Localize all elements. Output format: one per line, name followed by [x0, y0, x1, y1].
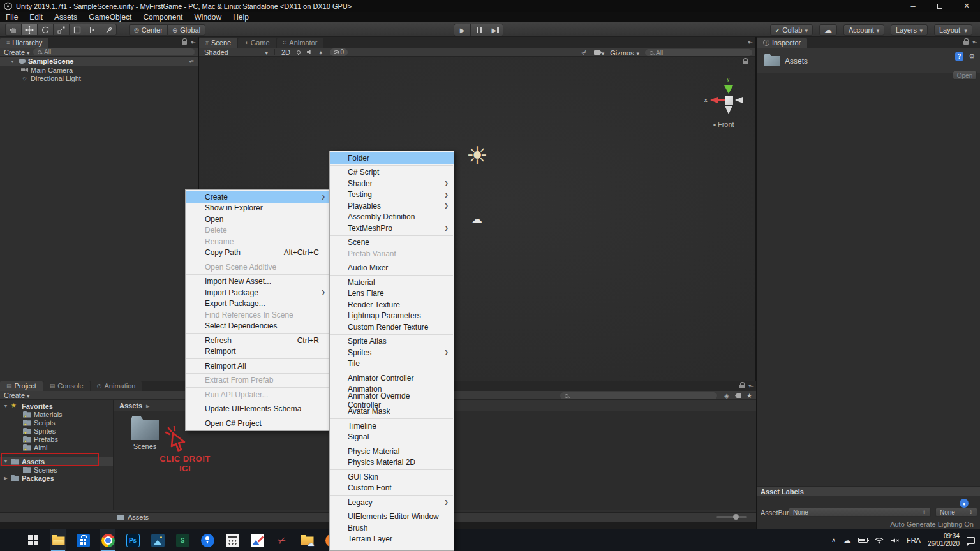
taskbar-app[interactable]: Ps: [125, 529, 140, 551]
lock-icon[interactable]: [739, 385, 745, 388]
step-button[interactable]: [487, 24, 503, 36]
submenu-item[interactable]: Sprites: [330, 347, 454, 358]
account-button[interactable]: Account: [843, 24, 884, 36]
taskbar-app[interactable]: [274, 529, 290, 551]
battery-icon[interactable]: [858, 538, 868, 543]
collab-button[interactable]: Collab: [770, 24, 813, 36]
scene-view-tab[interactable]: Game: [238, 38, 276, 48]
menu-item[interactable]: Open Scene Additive: [186, 261, 330, 273]
taskbar-app[interactable]: [200, 529, 215, 551]
menu-item[interactable]: Select Dependencies: [186, 321, 330, 332]
submenu-item[interactable]: Scene: [330, 237, 454, 249]
menu-item[interactable]: Extract From Prefab: [186, 375, 330, 386]
label-tag-icon[interactable]: [960, 499, 969, 508]
taskbar-app[interactable]: [249, 529, 265, 551]
submenu-item[interactable]: [330, 444, 453, 444]
menu-item[interactable]: Copy PathAlt+Ctrl+C: [186, 247, 330, 259]
cloud-button[interactable]: [819, 24, 837, 36]
clock[interactable]: 09:34 26/01/2020: [928, 533, 960, 548]
gizmo-lock-icon[interactable]: [743, 61, 748, 64]
submenu-item[interactable]: GUI Skin: [330, 471, 454, 483]
submenu-item[interactable]: [330, 261, 453, 261]
submenu-item[interactable]: Animator Override Controller: [330, 395, 454, 406]
move-tool-icon[interactable]: [21, 24, 37, 36]
minimize-button[interactable]: [900, 0, 926, 12]
menu-item[interactable]: [186, 358, 330, 359]
submenu-item[interactable]: Assembly Definition: [330, 212, 454, 223]
submenu-item[interactable]: Lens Flare: [330, 288, 454, 300]
transform-tool-icon[interactable]: [85, 24, 101, 36]
lighting-toggle-icon[interactable]: [297, 50, 301, 54]
taskbar-app[interactable]: [26, 529, 41, 551]
submenu-item[interactable]: Folder: [330, 152, 454, 164]
submenu-item[interactable]: Physic Material: [330, 446, 454, 457]
gizmos-dropdown[interactable]: Gizmos: [610, 49, 639, 57]
submenu-item[interactable]: [330, 510, 453, 510]
submenu-item[interactable]: [330, 334, 453, 335]
tab-hierarchy[interactable]: ≡Hierarchy: [0, 38, 48, 48]
submenu-item[interactable]: [330, 165, 453, 166]
tab-inspector[interactable]: iInspector: [757, 38, 807, 48]
submenu-item[interactable]: [330, 235, 453, 236]
menu-item[interactable]: RefreshCtrl+R: [186, 335, 330, 346]
submenu-item[interactable]: Audio Mixer: [330, 263, 454, 274]
menu-item[interactable]: Reimport All: [186, 360, 330, 372]
gizmo-center-cube[interactable]: [725, 96, 733, 105]
x-axis-arrow[interactable]: [710, 97, 718, 103]
menu-bar-item[interactable]: GameObject: [83, 12, 137, 22]
scene-view-tab[interactable]: Scene: [199, 38, 237, 48]
submenu-item[interactable]: [330, 275, 453, 276]
pivot-toggle-button[interactable]: ◎Center: [129, 24, 167, 36]
project-tree-item[interactable]: Aiml: [0, 443, 113, 452]
menu-bar-item[interactable]: Help: [227, 12, 255, 22]
submenu-item[interactable]: Playables: [330, 200, 454, 212]
menu-item[interactable]: Import New Asset...: [186, 276, 330, 288]
submenu-item[interactable]: Physics Material 2D: [330, 457, 454, 469]
taskbar-app[interactable]: [299, 529, 315, 551]
menu-item[interactable]: Show in Explorer: [186, 203, 330, 214]
submenu-item[interactable]: Tile: [330, 358, 454, 370]
onedrive-icon[interactable]: ☁: [843, 536, 851, 545]
project-tree-item[interactable]: Materials: [0, 410, 113, 418]
scene-view-tab[interactable]: Animator: [277, 38, 324, 48]
submenu-item[interactable]: Signal: [330, 432, 454, 443]
layers-button[interactable]: Layers: [891, 24, 928, 36]
submenu-item[interactable]: Material: [330, 277, 454, 288]
favorites-filter-icon[interactable]: ★: [746, 392, 752, 399]
menu-item[interactable]: Open C# Project: [186, 418, 330, 429]
submenu-item[interactable]: [330, 469, 453, 470]
submenu-item[interactable]: [330, 418, 453, 419]
menu-item[interactable]: Run API Updater...: [186, 389, 330, 400]
submenu-item[interactable]: [330, 371, 453, 371]
project-tree-item[interactable]: Scenes: [0, 466, 113, 474]
hierarchy-search-input[interactable]: All: [33, 48, 195, 55]
submenu-item[interactable]: TextMeshPro: [330, 223, 454, 234]
submenu-item[interactable]: UIElements Editor Window: [330, 511, 454, 523]
assetbundle-variant-dropdown[interactable]: None: [935, 508, 977, 517]
project-tree-item[interactable]: Favorites: [0, 402, 113, 410]
asset-item-scenes[interactable]: Scenes: [124, 416, 165, 450]
menu-item[interactable]: [186, 416, 330, 416]
lock-icon[interactable]: [963, 41, 969, 45]
menu-item[interactable]: Create: [186, 191, 330, 203]
play-button[interactable]: [454, 24, 470, 36]
menu-item[interactable]: Open: [186, 214, 330, 225]
audio-toggle-icon[interactable]: [307, 50, 312, 55]
2d-toggle[interactable]: 2D: [281, 48, 290, 56]
menu-item[interactable]: Update UIElements Schema: [186, 404, 330, 415]
submenu-item[interactable]: Render Texture: [330, 299, 454, 311]
scene-orientation-gizmo[interactable]: y x Front: [706, 76, 754, 131]
wifi-icon[interactable]: [875, 537, 884, 544]
menu-item[interactable]: [186, 274, 330, 275]
submenu-item[interactable]: Testing: [330, 189, 454, 201]
submenu-item[interactable]: Shader: [330, 178, 454, 189]
project-tree-item[interactable]: Sprites: [0, 427, 113, 435]
submenu-item[interactable]: Custom Render Texture: [330, 321, 454, 333]
shading-mode-dropdown[interactable]: Shaded: [204, 48, 268, 56]
slider-knob[interactable]: [733, 514, 739, 520]
menu-item[interactable]: [186, 402, 330, 402]
taskbar-app[interactable]: [225, 529, 240, 551]
submenu-item[interactable]: Lightmap Parameters: [330, 311, 454, 322]
taskbar-app[interactable]: [75, 529, 91, 551]
hand-tool-icon[interactable]: [5, 24, 21, 36]
